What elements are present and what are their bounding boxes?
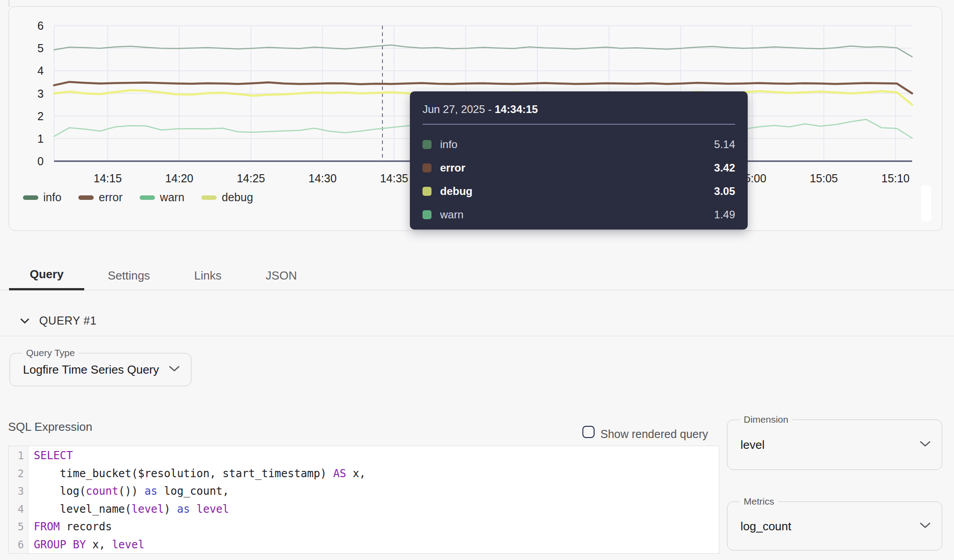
scrollbar-thumb[interactable] (921, 185, 931, 221)
sql-code-editor[interactable]: 1 2 3 4 5 6 SELECT time_bucket($resoluti… (8, 446, 719, 554)
tooltip-series-value: 3.05 (714, 185, 735, 198)
tooltip-series-label: info (440, 138, 458, 151)
tooltip-timestamp: Jun 27, 2025 - 14:34:15 (422, 103, 735, 116)
dimension-value: level (740, 438, 764, 452)
info-swatch (422, 140, 432, 149)
svg-text:1: 1 (37, 132, 44, 145)
dimension-label: Dimension (740, 414, 792, 425)
warn-swatch (422, 210, 432, 219)
legend-item-warn[interactable]: warn (140, 191, 184, 204)
metrics-value: log_count (740, 519, 791, 533)
legend-label: warn (160, 191, 184, 204)
code-line: SELECT (34, 447, 719, 465)
line-number: 1 (9, 447, 28, 465)
code-line: FROM records (34, 518, 719, 536)
query-type-label: Query Type (22, 348, 79, 358)
tooltip-row-warn: warn 1.49 (422, 203, 735, 226)
warn-swatch (140, 195, 155, 200)
code-line: GROUP BY x, level (34, 536, 719, 554)
code-line: log(count()) as log_count, (34, 483, 719, 501)
tooltip-series-label: error (440, 162, 465, 174)
show-rendered-query-label[interactable]: Show rendered query (600, 428, 708, 441)
tooltip-row-error: error 3.42 (422, 156, 735, 180)
tab-query[interactable]: Query (9, 261, 84, 290)
sql-code[interactable]: SELECT time_bucket($resolution, start_ti… (28, 446, 719, 553)
tab-links[interactable]: Links (173, 261, 242, 290)
line-number: 4 (9, 501, 28, 519)
line-number: 2 (9, 465, 28, 483)
svg-text:6: 6 (37, 19, 44, 32)
code-line: time_bucket($resolution, start_timestamp… (34, 465, 719, 483)
show-rendered-query-checkbox[interactable] (582, 426, 595, 438)
line-number: 3 (9, 483, 28, 501)
line-number: 5 (9, 518, 28, 536)
legend-item-info[interactable]: info (23, 191, 61, 204)
svg-text:14:30: 14:30 (309, 172, 337, 185)
code-line: level_name(level) as level (34, 501, 719, 519)
tooltip-series-label: warn (440, 208, 463, 221)
legend-item-error[interactable]: error (78, 191, 123, 204)
svg-text:0: 0 (37, 155, 44, 167)
dimension-select[interactable]: Dimension level (727, 420, 942, 470)
line-number: 6 (9, 536, 28, 554)
legend-item-debug[interactable]: debug (201, 191, 253, 204)
legend-label: debug (222, 191, 253, 204)
svg-text:15:05: 15:05 (810, 172, 838, 185)
chart-legend: info error warn debug (23, 191, 253, 204)
tooltip-row-debug: debug 3.05 (422, 180, 735, 203)
tab-bar: Query Settings Links JSON (9, 261, 318, 290)
tooltip-series-value: 3.42 (714, 162, 735, 174)
collapse-chevron-icon[interactable] (20, 318, 30, 326)
metrics-select[interactable]: Metrics log_count (727, 501, 942, 551)
tooltip-series-value: 1.49 (714, 208, 735, 221)
svg-text:4: 4 (37, 64, 44, 77)
sql-expression-label: SQL Expression (8, 420, 92, 434)
debug-swatch (422, 187, 432, 196)
legend-label: error (99, 191, 123, 204)
svg-text:5: 5 (37, 42, 44, 54)
query-type-value: Logfire Time Series Query (23, 363, 159, 377)
tooltip-row-info: info 5.14 (422, 133, 735, 156)
tooltip-series-label: debug (440, 185, 472, 198)
svg-text:14:15: 14:15 (94, 172, 122, 185)
line-number-gutter: 1 2 3 4 5 6 (9, 446, 28, 553)
tab-json[interactable]: JSON (245, 261, 318, 290)
query-type-select[interactable]: Query Type Logfire Time Series Query (9, 353, 191, 386)
chevron-down-icon (168, 366, 180, 374)
query-section-title[interactable]: QUERY #1 (39, 314, 97, 327)
info-swatch (23, 195, 38, 200)
chevron-down-icon (919, 522, 931, 530)
chart-tooltip: Jun 27, 2025 - 14:34:15 info 5.14 error … (410, 91, 748, 230)
card-border-stub (9, 0, 9, 7)
tooltip-series-value: 5.14 (714, 138, 735, 151)
legend-label: info (43, 191, 61, 204)
svg-text:3: 3 (37, 87, 44, 100)
section-divider (0, 336, 954, 336)
svg-text:2: 2 (37, 110, 44, 122)
chevron-down-icon (919, 441, 931, 449)
svg-text:14:25: 14:25 (237, 172, 265, 185)
error-swatch (422, 163, 432, 172)
debug-swatch (201, 195, 217, 200)
metrics-label: Metrics (740, 496, 778, 507)
tab-settings[interactable]: Settings (87, 261, 171, 290)
svg-text:15:10: 15:10 (881, 172, 910, 185)
svg-text:14:35: 14:35 (380, 172, 409, 185)
error-swatch (78, 195, 94, 200)
tooltip-divider (422, 124, 735, 125)
svg-text:14:20: 14:20 (165, 172, 194, 185)
